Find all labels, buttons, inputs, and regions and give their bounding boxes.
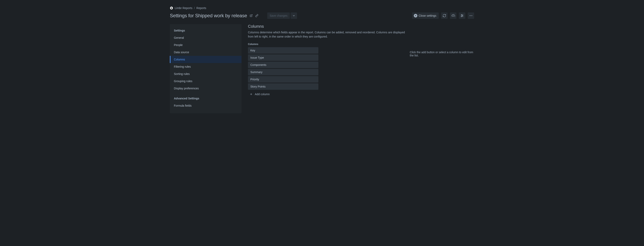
svg-point-13	[471, 15, 471, 16]
sidebar-item-sorting-rules[interactable]: Sorting rules	[170, 70, 242, 78]
save-dropdown-button[interactable]	[290, 12, 297, 19]
column-edit-hint: Click the add button or select a column …	[410, 51, 474, 113]
svg-point-10	[462, 15, 463, 16]
close-settings-button[interactable]: Close settings	[412, 12, 439, 19]
breadcrumb-app-link[interactable]: Limbr Reports	[175, 6, 192, 10]
close-settings-label: Close settings	[418, 14, 436, 17]
sidebar-item-formula-fields[interactable]: Formula fields	[170, 102, 242, 109]
svg-point-9	[461, 14, 462, 15]
open-external-icon[interactable]	[249, 13, 254, 18]
save-changes-button[interactable]: Save changes	[267, 12, 290, 19]
column-item-story-points[interactable]: Story Points	[248, 83, 318, 90]
sidebar-item-people[interactable]: People	[170, 41, 242, 49]
page-title: Settings for Shipped work by release	[170, 13, 247, 18]
sidebar-item-data-source[interactable]: Data source	[170, 49, 242, 56]
settings-sliders-button[interactable]	[459, 12, 465, 19]
refresh-button[interactable]	[441, 12, 448, 19]
breadcrumb-separator: /	[194, 6, 195, 10]
sidebar-item-filtering-rules[interactable]: Filtering rules	[170, 63, 242, 70]
svg-point-12	[470, 15, 470, 16]
sidebar-section-settings: Settings	[170, 27, 242, 34]
sidebar-item-columns[interactable]: Columns	[170, 56, 242, 63]
close-circle-icon	[414, 14, 418, 17]
columns-list-label: Columns	[248, 43, 405, 46]
svg-point-2	[172, 7, 172, 8]
columns-description: Columns determine which fields appear in…	[248, 30, 405, 39]
page-header: Settings for Shipped work by release Sav…	[164, 10, 480, 21]
link-icon[interactable]	[254, 13, 259, 18]
add-column-label: Add column	[255, 93, 270, 96]
column-item-components[interactable]: Components	[248, 62, 318, 68]
column-item-priority[interactable]: Priority	[248, 76, 318, 83]
columns-heading: Columns	[248, 24, 405, 29]
breadcrumb: Limbr Reports / Reports	[164, 0, 480, 10]
column-item-key[interactable]: Key	[248, 47, 318, 54]
sidebar-item-grouping-rules[interactable]: Grouping rules	[170, 78, 242, 85]
more-actions-button[interactable]	[468, 12, 474, 19]
sidebar-item-display-preferences[interactable]: Display preferences	[170, 85, 242, 92]
sidebar-item-general[interactable]: General	[170, 34, 242, 41]
main-panel: Columns Columns determine which fields a…	[248, 24, 474, 113]
sidebar-section-advanced: Advanced Settings	[170, 95, 242, 102]
app-logo-icon	[170, 6, 173, 10]
columns-list: Key Issue Type Components Summary Priori…	[248, 47, 318, 90]
svg-point-11	[461, 16, 462, 17]
download-button[interactable]	[450, 12, 456, 19]
column-item-issue-type[interactable]: Issue Type	[248, 54, 318, 61]
settings-sidebar: Settings General People Data source Colu…	[170, 24, 242, 113]
plus-icon	[249, 92, 253, 96]
add-column-button[interactable]: Add column	[248, 90, 271, 96]
column-item-summary[interactable]: Summary	[248, 69, 318, 75]
svg-point-14	[472, 15, 472, 16]
breadcrumb-reports-link[interactable]: Reports	[196, 6, 206, 10]
